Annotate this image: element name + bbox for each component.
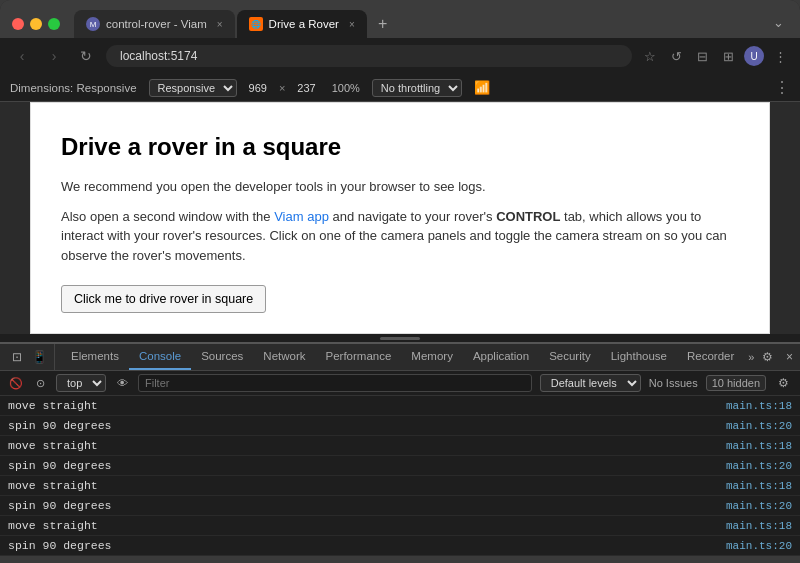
console-filter-icon[interactable]: ⊙ xyxy=(32,375,48,391)
console-gear-icon[interactable]: ⚙ xyxy=(774,374,792,392)
tab-console[interactable]: Console xyxy=(129,344,191,370)
devtools-settings: ⚙ × xyxy=(758,348,798,366)
page-para2: Also open a second window with the Viam … xyxy=(61,207,739,266)
devtools-inspect-icon[interactable]: ⊡ xyxy=(8,348,26,366)
close-window-button[interactable] xyxy=(12,18,24,30)
log-link-7[interactable]: main.ts:18 xyxy=(726,520,792,532)
click-me-button[interactable]: Click me to drive rover in square xyxy=(61,285,266,313)
maximize-window-button[interactable] xyxy=(48,18,60,30)
console-context-select[interactable]: top xyxy=(56,374,106,392)
tab-performance[interactable]: Performance xyxy=(316,344,402,370)
log-link-5[interactable]: main.ts:18 xyxy=(726,480,792,492)
address-input[interactable] xyxy=(106,45,632,67)
console-filter-input[interactable] xyxy=(138,374,532,392)
bookmark-icon[interactable]: ☆ xyxy=(640,46,660,66)
profile-icon[interactable]: U xyxy=(744,46,764,66)
back-button[interactable]: ‹ xyxy=(10,44,34,68)
tab-security[interactable]: Security xyxy=(539,344,601,370)
log-link-3[interactable]: main.ts:18 xyxy=(726,440,792,452)
browser-menu-icon[interactable]: ⌄ xyxy=(768,12,788,32)
log-text-6: spin 90 degrees xyxy=(8,499,726,512)
log-entry-6: spin 90 degrees main.ts:20 xyxy=(0,496,800,516)
tab-network[interactable]: Network xyxy=(253,344,315,370)
traffic-lights xyxy=(12,18,60,30)
tab-close-2[interactable]: × xyxy=(349,19,355,30)
page-para1: We recommend you open the developer tool… xyxy=(61,177,739,197)
tab-control-rover[interactable]: M control-rover - Viam × xyxy=(74,10,235,38)
log-link-2[interactable]: main.ts:20 xyxy=(726,420,792,432)
devtools-tabs-row: ⊡ 📱 Elements Console Sources Network Per… xyxy=(0,344,800,371)
viam-app-link[interactable]: Viam app xyxy=(274,209,329,224)
tab-application[interactable]: Application xyxy=(463,344,539,370)
console-levels-select[interactable]: Default levels xyxy=(540,374,641,392)
log-text-5: move straight xyxy=(8,479,726,492)
minimize-window-button[interactable] xyxy=(30,18,42,30)
devtools-settings-icon[interactable]: ⚙ xyxy=(758,348,776,366)
title-bar: M control-rover - Viam × 🌐 Drive a Rover… xyxy=(0,0,800,38)
cast-icon[interactable]: ⊟ xyxy=(692,46,712,66)
devtools-resize-handle[interactable] xyxy=(0,334,800,342)
browser-menu-dots-icon[interactable]: ⋮ xyxy=(770,46,790,66)
tab-icon-2: 🌐 xyxy=(249,17,263,31)
devtools-top-menu-icon[interactable]: ⋮ xyxy=(774,78,790,97)
tab-lighthouse[interactable]: Lighthouse xyxy=(601,344,677,370)
page-content: Drive a rover in a square We recommend y… xyxy=(31,103,769,333)
dimensions-label: Dimensions: Responsive xyxy=(10,82,137,94)
throttle-select[interactable]: No throttling xyxy=(372,79,462,97)
tab-memory[interactable]: Memory xyxy=(401,344,463,370)
address-icons: ☆ ↺ ⊟ ⊞ U ⋮ xyxy=(640,46,790,66)
console-entries[interactable]: move straight main.ts:18 spin 90 degrees… xyxy=(0,396,800,556)
forward-button[interactable]: › xyxy=(42,44,66,68)
height-value: 237 xyxy=(297,82,315,94)
log-link-1[interactable]: main.ts:18 xyxy=(726,400,792,412)
log-entry-2: spin 90 degrees main.ts:20 xyxy=(0,416,800,436)
log-link-4[interactable]: main.ts:20 xyxy=(726,460,792,472)
extensions-icon[interactable]: ⊞ xyxy=(718,46,738,66)
hidden-count: 10 hidden xyxy=(706,375,766,391)
page-title: Drive a rover in a square xyxy=(61,133,739,161)
dimension-x-sep: × xyxy=(279,82,285,94)
console-toolbar: 🚫 ⊙ top 👁 Default levels No Issues 10 hi… xyxy=(0,371,800,396)
page-area: Drive a rover in a square We recommend y… xyxy=(30,102,770,334)
log-text-1: move straight xyxy=(8,399,726,412)
devtools-close-icon[interactable]: × xyxy=(780,348,798,366)
console-issues: No Issues xyxy=(649,377,698,389)
devtools-panel: ⊡ 📱 Elements Console Sources Network Per… xyxy=(0,342,800,556)
tab-sources[interactable]: Sources xyxy=(191,344,253,370)
para2-prefix: Also open a second window with the xyxy=(61,209,274,224)
drag-handle-bar xyxy=(380,337,420,340)
log-entry-3: move straight main.ts:18 xyxy=(0,436,800,456)
log-link-6[interactable]: main.ts:20 xyxy=(726,500,792,512)
devtools-top-bar: Dimensions: Responsive Responsive 969 × … xyxy=(0,74,800,102)
log-text-2: spin 90 degrees xyxy=(8,419,726,432)
refresh-button[interactable]: ↻ xyxy=(74,44,98,68)
tab-close-1[interactable]: × xyxy=(217,19,223,30)
tab-label-2: Drive a Rover xyxy=(269,18,339,30)
log-entry-7: move straight main.ts:18 xyxy=(0,516,800,536)
tab-recorder[interactable]: Recorder xyxy=(677,344,744,370)
console-eye-icon[interactable]: 👁 xyxy=(114,375,130,391)
address-bar-row: ‹ › ↻ ☆ ↺ ⊟ ⊞ U ⋮ xyxy=(0,38,800,74)
tab-label-1: control-rover - Viam xyxy=(106,18,207,30)
dimensions-select[interactable]: Responsive xyxy=(149,79,237,97)
zoom-label: 100% xyxy=(332,82,360,94)
log-text-8: spin 90 degrees xyxy=(8,539,726,552)
log-text-4: spin 90 degrees xyxy=(8,459,726,472)
wifi-icon: 📶 xyxy=(474,80,490,95)
browser-window: M control-rover - Viam × 🌐 Drive a Rover… xyxy=(0,0,800,556)
devtools-device-icon[interactable]: 📱 xyxy=(30,348,48,366)
new-tab-button[interactable]: + xyxy=(369,10,397,38)
tab-drive-rover[interactable]: 🌐 Drive a Rover × xyxy=(237,10,367,38)
log-text-7: move straight xyxy=(8,519,726,532)
history-icon[interactable]: ↺ xyxy=(666,46,686,66)
devtools-icons-left: ⊡ 📱 xyxy=(8,344,55,370)
log-entry-4: spin 90 degrees main.ts:20 xyxy=(0,456,800,476)
tab-elements[interactable]: Elements xyxy=(61,344,129,370)
devtools-more-tabs[interactable]: » xyxy=(744,345,758,369)
log-link-8[interactable]: main.ts:20 xyxy=(726,540,792,552)
log-entry-8: spin 90 degrees main.ts:20 xyxy=(0,536,800,556)
tabs-row: M control-rover - Viam × 🌐 Drive a Rover… xyxy=(74,10,760,38)
console-clear-icon[interactable]: 🚫 xyxy=(8,375,24,391)
log-text-3: move straight xyxy=(8,439,726,452)
tab-icon-1: M xyxy=(86,17,100,31)
